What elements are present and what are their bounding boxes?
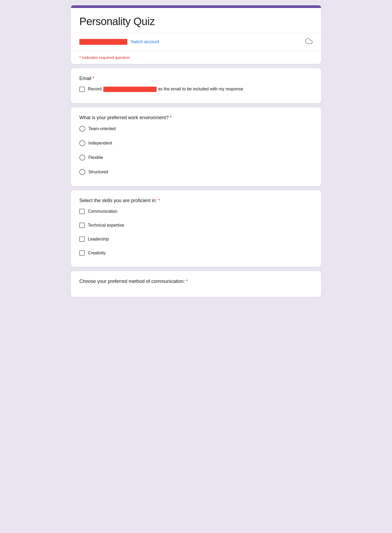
- top-bar: [71, 5, 321, 8]
- email-question: Email* Recordas the email to be included…: [71, 68, 321, 103]
- radio-team-oriented-label: Team-oriented: [88, 126, 116, 131]
- account-left: Switch account: [79, 39, 159, 45]
- work-environment-options: Team-oriented Independent Flexible Struc…: [79, 126, 313, 179]
- redacted-account-email: [79, 39, 127, 45]
- required-notice: * Indicates required question: [71, 51, 321, 64]
- email-card: Email* Recordas the email to be included…: [71, 68, 321, 103]
- list-item: Creativity: [79, 250, 313, 256]
- communication-question: Choose your preferred method of communic…: [71, 271, 321, 297]
- skills-options: Communication Technical expertise Leader…: [79, 209, 313, 259]
- checkbox-leadership[interactable]: [79, 237, 85, 242]
- checkbox-creativity-label: Creativity: [88, 251, 106, 255]
- checkbox-leadership-label: Leadership: [88, 237, 109, 242]
- list-item: Communication: [79, 209, 313, 214]
- account-bar: Switch account: [71, 33, 321, 51]
- page-wrapper: Personality Quiz Switch account * Indica…: [71, 5, 321, 297]
- page-title: Personality Quiz: [79, 15, 313, 27]
- checkbox-communication-label: Communication: [88, 209, 117, 214]
- list-item: Structured: [79, 169, 313, 175]
- header-top: Personality Quiz: [71, 8, 321, 33]
- list-item: Leadership: [79, 237, 313, 242]
- checkbox-communication[interactable]: [79, 209, 85, 214]
- q2-required-star: *: [158, 198, 160, 203]
- email-checkbox[interactable]: [79, 87, 85, 92]
- q1-required-star: *: [170, 115, 172, 120]
- checkbox-creativity[interactable]: [79, 250, 85, 256]
- list-item: Team-oriented: [79, 126, 313, 132]
- radio-flexible[interactable]: [79, 155, 85, 161]
- work-environment-card: What is your preferred work environment?…: [71, 107, 321, 186]
- radio-independent[interactable]: [79, 140, 85, 146]
- skills-question: Select the skills you are proficient in:…: [71, 190, 321, 267]
- checkbox-technical-expertise-label: Technical expertise: [88, 223, 124, 228]
- switch-account-link[interactable]: Switch account: [130, 39, 159, 44]
- header-card: Personality Quiz Switch account * Indica…: [71, 8, 321, 64]
- work-environment-label: What is your preferred work environment?…: [79, 115, 313, 121]
- radio-team-oriented[interactable]: [79, 126, 85, 132]
- checkbox-technical-expertise[interactable]: [79, 223, 85, 228]
- communication-label: Choose your preferred method of communic…: [79, 279, 313, 284]
- redacted-email-inline: [103, 87, 157, 92]
- email-checkbox-label: Recordas the email to be included with m…: [88, 87, 243, 92]
- q3-required-star: *: [186, 279, 188, 284]
- radio-flexible-label: Flexible: [88, 155, 103, 160]
- list-item: Technical expertise: [79, 223, 313, 228]
- email-checkbox-row: Recordas the email to be included with m…: [79, 87, 313, 92]
- work-environment-question: What is your preferred work environment?…: [71, 107, 321, 186]
- list-item: Flexible: [79, 155, 313, 161]
- radio-structured-label: Structured: [88, 170, 108, 174]
- radio-structured[interactable]: [79, 169, 85, 175]
- skills-card: Select the skills you are proficient in:…: [71, 190, 321, 267]
- list-item: Independent: [79, 140, 313, 146]
- email-required-star: *: [92, 76, 94, 81]
- radio-independent-label: Independent: [88, 141, 112, 146]
- cloud-icon: [305, 37, 313, 46]
- email-label: Email*: [79, 76, 313, 81]
- communication-card: Choose your preferred method of communic…: [71, 271, 321, 297]
- skills-label: Select the skills you are proficient in:…: [79, 198, 313, 203]
